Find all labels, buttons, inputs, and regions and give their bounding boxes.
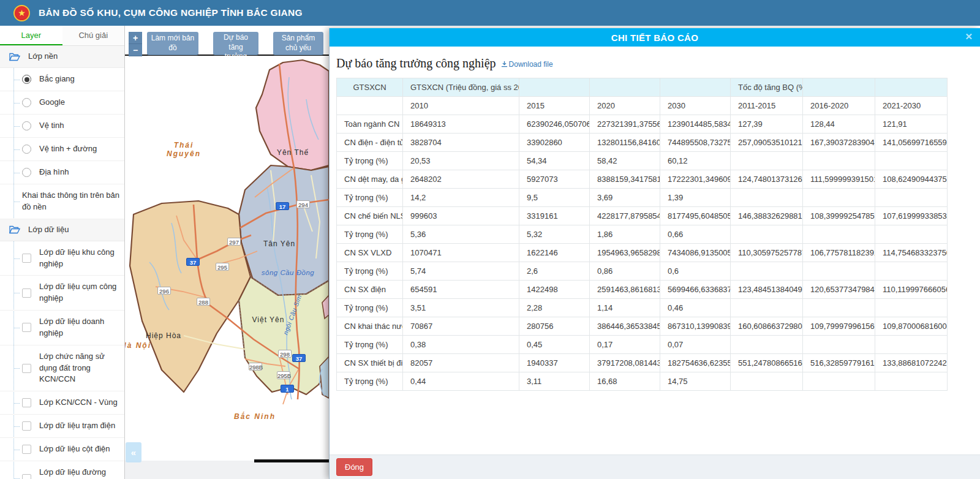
vietnam-emblem-icon: ★ [13,5,30,21]
base-layer-label: Địa hình [39,167,69,178]
table-cell: 54,34 [519,152,590,170]
table-cell: 0,66 [660,225,731,244]
download-file-link[interactable]: Download file [501,60,553,69]
report-table: GTSXCNGTSXCN (Triệu đồng, giá ss 2010)Tố… [336,78,948,391]
checkbox-icon[interactable] [22,398,31,407]
checkbox-icon[interactable] [22,254,31,263]
group-data-layers[interactable]: Lớp dữ liệu [0,219,124,241]
row-label: Tỷ trọng (%) [337,299,403,317]
tab-legend[interactable]: Chú giải [62,26,125,45]
map-button-0[interactable]: Làm mới bản đồ [147,32,198,55]
table-row: CN dệt may, da giày264820259270738388159… [337,170,948,189]
table-cell: 5,36 [403,225,519,244]
zoom-out-button[interactable]: − [129,44,142,56]
zoom-in-button[interactable]: + [129,32,142,44]
data-layer-item-2[interactable]: Lớp dữ liệu doanh nghiệp [0,311,124,345]
table-cell: 58,42 [590,152,660,170]
table-row: CN SX VLXD107047116221461954963,96582982… [337,244,948,262]
table-cell: 280756 [519,317,590,336]
sidebar-collapse-button[interactable]: « [126,442,141,462]
table-cell: 0,46 [660,299,731,317]
radio-icon[interactable] [22,75,31,84]
checkbox-icon[interactable] [22,289,31,298]
table-row: CN điện - điện tử38287043390286013280115… [337,134,948,152]
data-layer-item-5[interactable]: Lớp dữ liệu trạm điện [0,415,124,438]
table-cell: 108,399992547851 [803,207,875,225]
table-cell: 0,86 [590,262,660,281]
data-layer-item-4[interactable]: Lớp KCN/CCN - Vùng [0,391,124,415]
map-button-1[interactable]: Dự báo tăng trưởng [213,32,258,55]
road-shield-298B: 298B [249,363,262,371]
checkbox-icon[interactable] [22,364,31,373]
table-row: CN chế biến NLS99960333191614228177,8795… [337,207,948,225]
table-header-row: GTSXCNGTSXCN (Triệu đồng, giá ss 2010)Tố… [337,78,948,97]
table-cell: 62390246,0507064 [519,115,590,134]
group-base-layers[interactable]: Lớp nền [0,46,124,68]
map-button-2[interactable]: Sản phẩm chủ yếu [273,32,323,55]
data-layer-item-6[interactable]: Lớp dữ liệu cột điện [0,438,124,461]
table-cell: 128,44 [803,115,875,134]
tab-layer[interactable]: Layer [0,26,62,45]
table-cell: 106,775781182391 [803,244,875,262]
row-label: CN SX VLXD [337,244,403,262]
close-modal-button[interactable]: Đóng [336,458,372,476]
row-label: Tỷ trọng (%) [337,336,403,354]
table-row: Tỷ trọng (%)14,29,53,691,39 [337,189,948,207]
table-cell: 5,74 [403,262,519,281]
data-layer-item-7[interactable]: Lớp dữ liệu đường dây điện [0,461,124,479]
table-cell: 60,12 [660,152,731,170]
table-cell [731,152,803,170]
map-label-ha-noi: Hà Nội [125,341,156,350]
close-icon[interactable]: ✕ [965,31,973,42]
data-layer-item-0[interactable]: Lớp dữ liệu khu công nghiệp [0,241,124,276]
table-cell [875,189,948,207]
table-cell: 551,247808665164 [731,354,803,372]
checkbox-icon[interactable] [22,445,31,454]
radio-icon[interactable] [22,98,31,107]
table-cell: 2591463,86168138 [590,281,660,299]
row-label: Toàn ngành CN [337,115,403,134]
map-canvas[interactable]: + − Làm mới bản đồDự báo tăng trưởngSản … [125,26,329,479]
road-shield-295B: 295B [277,371,290,379]
radio-icon[interactable] [22,121,31,130]
table-cell: 33902860 [519,134,590,152]
base-layer-note[interactable]: Khai thác thông tin trên bản đồ nền [0,184,124,219]
sidebar-tabs: Layer Chú giải [0,26,124,46]
data-layer-item-3[interactable]: Lớp chức năng sử dụng đất trong KCN/CCN [0,345,124,392]
checkbox-icon[interactable] [22,474,31,479]
road-shield-295: 295 [216,263,229,271]
table-cell: 167,390372839042 [803,134,875,152]
table-cell: 1954963,96582982 [590,244,660,262]
base-layer-item-4[interactable]: Địa hình [0,161,124,184]
table-cell [875,152,948,170]
radio-icon[interactable] [22,168,31,177]
table-row: CN SX điện65459114224982591463,861681385… [337,281,948,299]
table-header-cell: 2030 [660,97,731,115]
table-header-cell: 2020 [590,97,660,115]
data-layer-label: Lớp dữ liệu cụm công nghiệp [39,281,119,304]
table-cell: 70867 [403,317,519,336]
base-layer-item-2[interactable]: Vệ tinh [0,115,124,138]
table-row: Tỷ trọng (%)20,5354,3458,4260,12 [337,152,948,170]
table-cell [803,262,875,281]
road-shield-297: 297 [227,238,241,246]
table-cell: 127,39 [731,115,803,134]
table-cell [803,225,875,244]
table-cell: 3828704 [403,134,519,152]
row-label: CN SX điện [337,281,403,299]
note-label: Khai thác thông tin trên bản đồ nền [22,190,119,213]
table-cell: 133,886810722425 [875,354,948,372]
checkbox-icon[interactable] [22,323,31,332]
checkbox-icon[interactable] [22,421,31,431]
table-header-cell [337,97,403,115]
row-label: Tỷ trọng (%) [337,262,403,281]
radio-icon[interactable] [22,145,31,154]
base-layer-list: Bắc giangGoogleVệ tinhVệ tinh + đườngĐịa… [0,68,124,219]
base-layer-item-1[interactable]: Google [0,91,124,115]
table-header-cell: 2021-2030 [875,97,948,115]
base-layer-item-0[interactable]: Bắc giang [0,68,124,91]
table-cell: 146,38832629881 [731,207,803,225]
table-cell: 386446,365338452 [590,317,660,336]
base-layer-item-3[interactable]: Vệ tinh + đường [0,138,124,161]
data-layer-item-1[interactable]: Lớp dữ liệu cụm công nghiệp [0,276,124,311]
